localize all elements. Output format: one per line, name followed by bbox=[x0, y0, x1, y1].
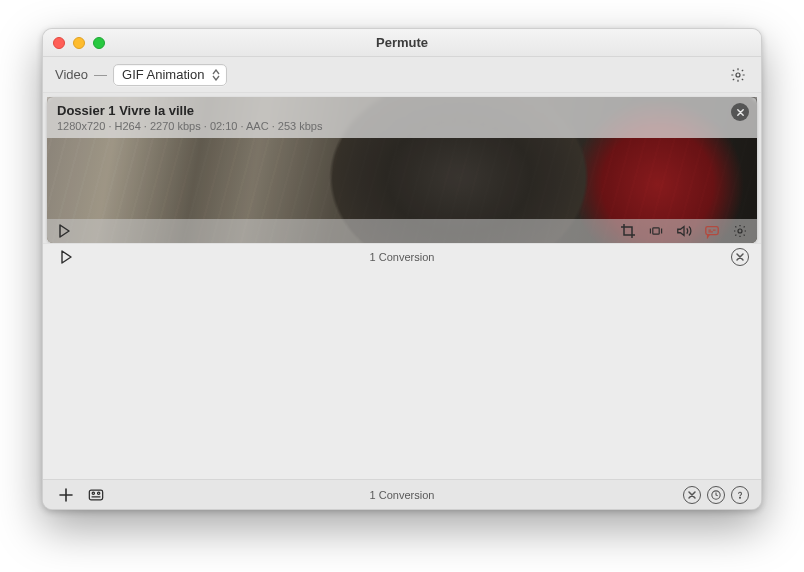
svg-rect-1 bbox=[653, 228, 659, 234]
trim-button[interactable] bbox=[645, 220, 667, 242]
add-button[interactable] bbox=[55, 484, 77, 506]
svg-point-0 bbox=[736, 73, 740, 77]
status-bar: 1 Conversion bbox=[43, 243, 761, 269]
minimize-window-button[interactable] bbox=[73, 37, 85, 49]
select-arrows-icon bbox=[210, 68, 222, 82]
status-text: 1 Conversion bbox=[43, 251, 761, 263]
empty-area bbox=[43, 269, 761, 479]
svg-point-3 bbox=[738, 229, 742, 233]
titlebar: Permute bbox=[43, 29, 761, 57]
app-window: Permute Video — GIF Animation Dossier 1 … bbox=[42, 28, 762, 510]
toolbar: Video — GIF Animation bbox=[43, 57, 761, 93]
item-metadata: 1280x720 · H264 · 2270 kbps · 02:10 · AA… bbox=[57, 120, 727, 132]
item-settings-button[interactable] bbox=[729, 220, 751, 242]
mode-label: Video bbox=[55, 67, 88, 82]
clear-status-button[interactable] bbox=[731, 248, 749, 266]
item-filename: Dossier 1 Vivre la ville bbox=[57, 103, 727, 118]
crop-button[interactable] bbox=[617, 220, 639, 242]
volume-button[interactable] bbox=[673, 220, 695, 242]
svg-rect-4 bbox=[89, 490, 102, 500]
preset-select[interactable]: GIF Animation bbox=[113, 64, 227, 86]
play-preview-button[interactable] bbox=[53, 220, 75, 242]
item-header: Dossier 1 Vivre la ville 1280x720 · H264… bbox=[47, 97, 757, 138]
conversion-item[interactable]: Dossier 1 Vivre la ville 1280x720 · H264… bbox=[47, 97, 757, 243]
fullscreen-window-button[interactable] bbox=[93, 37, 105, 49]
svg-point-6 bbox=[98, 492, 100, 494]
window-controls bbox=[53, 37, 105, 49]
svg-point-5 bbox=[92, 492, 94, 494]
subtitles-button[interactable] bbox=[701, 220, 723, 242]
window-title: Permute bbox=[43, 35, 761, 50]
svg-point-8 bbox=[740, 497, 741, 498]
help-button[interactable] bbox=[731, 486, 749, 504]
close-window-button[interactable] bbox=[53, 37, 65, 49]
separator: — bbox=[94, 67, 107, 82]
preset-settings-button[interactable] bbox=[727, 64, 749, 86]
svg-rect-2 bbox=[706, 227, 718, 235]
bottom-status-text: 1 Conversion bbox=[43, 489, 761, 501]
start-all-button[interactable] bbox=[55, 246, 77, 268]
preset-selected-label: GIF Animation bbox=[122, 67, 204, 82]
remove-item-button[interactable] bbox=[731, 103, 749, 121]
bottom-bar: 1 Conversion bbox=[43, 479, 761, 509]
item-list: Dossier 1 Vivre la ville 1280x720 · H264… bbox=[43, 93, 761, 243]
item-footer bbox=[47, 219, 757, 243]
presets-library-button[interactable] bbox=[85, 484, 107, 506]
history-button[interactable] bbox=[707, 486, 725, 504]
cancel-all-button[interactable] bbox=[683, 486, 701, 504]
